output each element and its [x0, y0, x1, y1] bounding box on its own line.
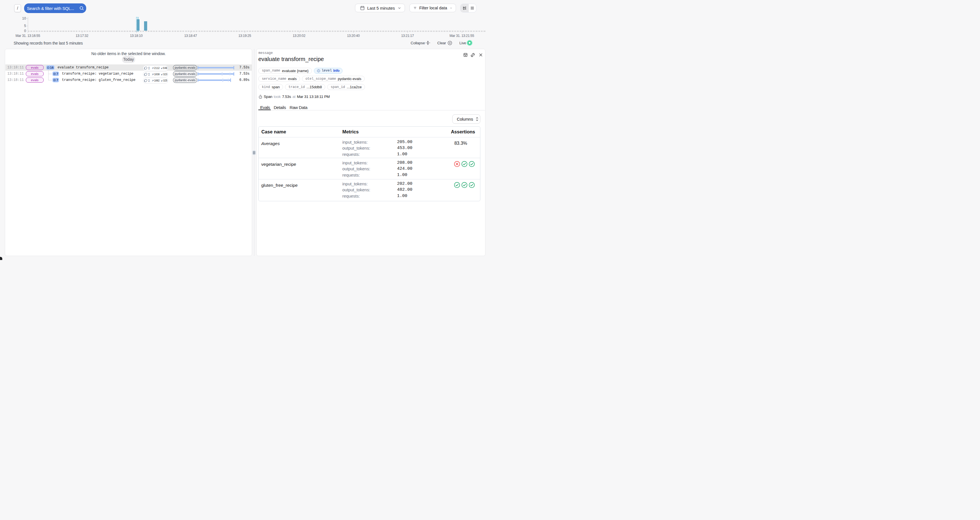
svg-text:1030: 1030 [154, 73, 160, 76]
svg-text:Σ: Σ [148, 72, 150, 76]
svg-text:648: 648 [163, 66, 167, 70]
svg-text:323: 323 [163, 73, 167, 76]
svg-text:Σ: Σ [148, 79, 150, 82]
svg-text:Σ: Σ [148, 66, 150, 70]
svg-text:2112: 2112 [154, 66, 160, 70]
svg-text:1082: 1082 [154, 79, 160, 82]
svg-text:325: 325 [163, 79, 167, 82]
